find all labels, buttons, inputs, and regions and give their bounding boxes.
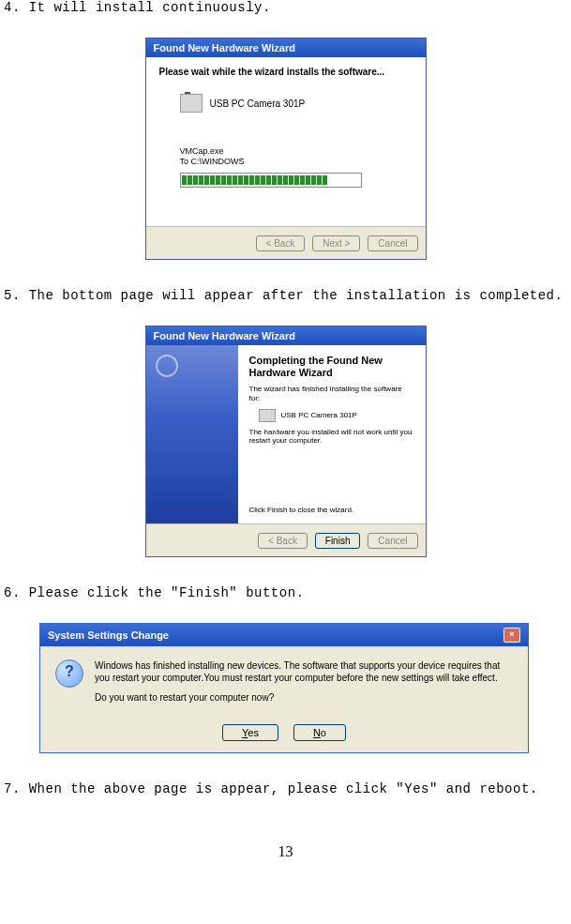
step-5-text: 5. The bottom page will appear after the…: [4, 288, 571, 303]
complete-wizard: Found New Hardware Wizard Completing the…: [145, 326, 427, 557]
wizard-subheading: Please wait while the wizard installs th…: [159, 67, 413, 77]
yes-button[interactable]: YYeses: [222, 724, 278, 741]
complete-line3: Click Finish to close the wizard.: [249, 506, 354, 514]
progress-bar: [180, 173, 362, 188]
wizard-title: Found New Hardware Wizard: [146, 38, 426, 57]
complete-line2: The hardware you installed will not work…: [249, 428, 414, 446]
install-progress-wizard: Found New Hardware Wizard Please wait wh…: [145, 38, 427, 260]
complete-heading: Completing the Found New Hardware Wizard: [249, 355, 414, 379]
install-file: VMCap.exe: [180, 146, 413, 157]
dialog-title: System Settings Change: [48, 629, 169, 641]
dialog-body-2: Do you want to restart your computer now…: [95, 691, 513, 704]
step-6-text: 6. Please click the "Finish" button.: [4, 585, 571, 600]
cancel-button[interactable]: Cancel: [368, 235, 417, 251]
back-button: < Back: [258, 533, 308, 549]
cancel-button: Cancel: [368, 533, 417, 549]
device-name: USB PC Camera 301P: [210, 98, 306, 109]
install-dest: To C:\WINDOWS: [180, 157, 413, 167]
camera-icon: [180, 94, 203, 113]
device-name: USB PC Camera 301P: [281, 411, 357, 419]
wizard-sidebar-image: [146, 345, 238, 523]
back-button: < Back: [256, 235, 306, 251]
system-settings-dialog: System Settings Change × Windows has fin…: [39, 623, 529, 753]
wizard-title: Found New Hardware Wizard: [146, 326, 426, 345]
complete-line1: The wizard has finished installing the s…: [249, 385, 414, 402]
next-button: Next >: [312, 235, 360, 251]
dialog-body-1: Windows has finished installing new devi…: [95, 659, 513, 684]
finish-button[interactable]: Finish: [315, 533, 361, 549]
step-7-text: 7. When the above page is appear, please…: [4, 781, 571, 796]
close-icon[interactable]: ×: [503, 628, 520, 643]
no-button[interactable]: NNoo: [293, 724, 346, 741]
step-4-text: 4. It will install continuously.: [4, 0, 571, 15]
camera-icon: [259, 409, 276, 422]
question-icon: [55, 659, 83, 688]
page-number: 13: [0, 843, 571, 860]
